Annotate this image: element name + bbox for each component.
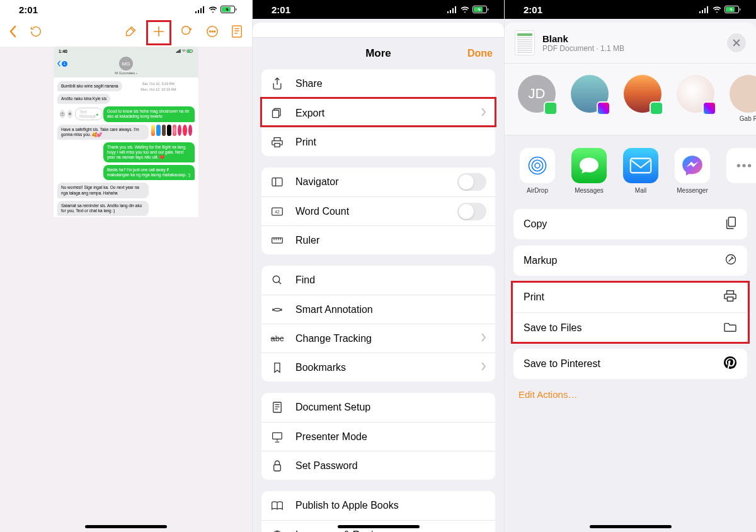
dock-app-icon[interactable] [178,125,181,136]
phone-share-sheet: 2:01 Blank PDF Document · 1.1 MB JD [504,0,756,532]
row-document-setup[interactable]: Document Setup [261,393,495,422]
contacts-row[interactable]: JD Gab P [505,64,756,135]
row-label: Word Count [295,206,446,217]
contact-4[interactable] [676,75,715,122]
app-messages[interactable]: Messages [570,148,608,194]
row-share[interactable]: Share [261,69,495,98]
app-mail[interactable]: Mail [622,148,660,194]
row-print[interactable]: Print [513,282,747,312]
svg-point-2 [182,26,190,35]
msg-out[interactable]: Good to know sis hehe mag shoshowrr na r… [103,106,195,122]
app-airdrop[interactable]: AirDrop [518,148,556,194]
row-presenter-mode[interactable]: Presenter Mode [261,422,495,451]
dock-appstore-icon[interactable] [156,125,160,136]
msg-in[interactable]: Bumibili ako wine sagilt nanana [57,81,122,91]
row-word-count[interactable]: 42 Word Count [261,196,495,225]
brush-icon[interactable] [123,25,137,41]
dock-app-icon[interactable] [173,125,176,136]
status-indicators [699,6,741,13]
apps-row[interactable]: AirDrop Messages Mail Messenger [505,135,756,203]
row-bookmarks[interactable]: Bookmarks [261,353,495,382]
row-change-tracking[interactable]: abc Change Tracking [261,324,495,353]
sheet-handle[interactable] [253,23,504,38]
msg-out[interactable]: Thank you sis. Waiting for the flight na… [103,142,195,162]
row-copy[interactable]: Copy [513,209,747,239]
app-label: Mail [635,187,646,194]
row-navigator[interactable]: Navigator [261,167,495,196]
contact-name[interactable]: M Gonzales › [115,71,137,75]
toggle-off[interactable] [457,173,486,191]
camera-icon[interactable] [60,110,65,118]
toggle-off[interactable] [457,203,486,220]
row-label: Print [295,137,486,148]
chat-input-bar: Text Message● [57,105,103,122]
row-find[interactable]: Find [261,266,495,295]
embedded-screenshot[interactable]: 1:40 1 MG M Gonzales › Bumibili ako wine… [54,47,198,217]
pinterest-icon [723,356,737,372]
more-apps-icon [726,148,756,183]
row-label: Markup [524,255,557,266]
contact-5[interactable]: Gab P [729,75,756,122]
status-bar: 2:01 [253,0,504,19]
msg-out[interactable]: Basta ha? I'm just one call away if maku… [103,165,195,180]
close-button[interactable] [727,33,746,52]
app-label: Messenger [677,187,707,194]
avatar[interactable]: MG [119,57,133,71]
app-messenger[interactable]: Messenger [673,148,711,194]
row-export[interactable]: Export [261,98,495,127]
doc-subtitle: PDF Document · 1.1 MB [542,44,624,53]
collab-icon[interactable] [180,25,194,41]
row-label: Share [295,78,486,89]
back-icon[interactable] [9,25,18,40]
row-smart-annotation[interactable]: Smart Annotation [261,295,495,324]
row-label: Set Password [295,460,486,472]
messages-icon [571,148,607,183]
msg-in[interactable]: Salamat sa reminder sis. Andito lang din… [57,201,149,216]
app-more[interactable] [725,148,756,194]
document-icon[interactable] [231,25,243,41]
svg-rect-10 [60,113,64,116]
row-ruler[interactable]: Ruler [261,225,495,254]
insert-button-highlight [146,20,171,45]
ruler-icon [270,236,284,245]
plus-icon[interactable] [152,25,166,41]
dock-memoji-icon[interactable] [167,125,171,136]
app-dock [149,123,195,138]
row-label: Presenter Mode [295,431,486,443]
appstore-icon[interactable] [67,110,72,118]
dock-app-icon[interactable] [188,125,192,136]
contact-3[interactable] [623,75,662,122]
row-save-to-pinterest[interactable]: Save to Pinterest [513,349,747,379]
unread-badge: 1 [62,61,67,67]
chat-back[interactable]: 1 [57,60,67,67]
row-set-password[interactable]: Set Password [261,451,495,480]
contact-2[interactable] [570,75,609,122]
row-save-to-files[interactable]: Save to Files [513,312,747,342]
annotation-icon [270,305,284,314]
row-label: Print [524,291,544,303]
dock-music-icon[interactable] [183,125,186,136]
home-indicator[interactable] [85,525,167,528]
row-label: Find [295,274,486,286]
contact-jd[interactable]: JD [517,75,556,122]
more-icon[interactable] [205,25,219,41]
status-bar: 2:01 [0,0,252,19]
row-label: Language & Region [295,529,486,533]
undo-icon[interactable] [29,25,43,41]
home-indicator[interactable] [338,525,420,528]
msg-in[interactable]: Andito nako kina Kyle sis [57,94,110,104]
row-markup[interactable]: Markup [513,246,747,276]
document-canvas[interactable]: 1:40 1 MG M Gonzales › Bumibili ako wine… [0,47,252,532]
dock-app-icon[interactable] [162,125,166,136]
dock-photos-icon[interactable] [151,125,155,136]
send-voice-icon[interactable]: ● [96,112,98,116]
row-print[interactable]: Print [261,127,495,156]
home-indicator[interactable] [590,525,672,528]
msg-in[interactable]: Have a safeflight sis. Take care always.… [57,125,149,140]
message-input[interactable]: Text Message● [75,108,103,120]
svg-point-31 [737,164,740,167]
row-publish-apple-books[interactable]: Publish to Apple Books [261,491,495,520]
edit-actions-link[interactable]: Edit Actions… [505,379,756,410]
done-button[interactable]: Done [467,48,493,59]
msg-in[interactable]: No worries!! Sige ingat ka. Oo next year… [57,183,149,198]
